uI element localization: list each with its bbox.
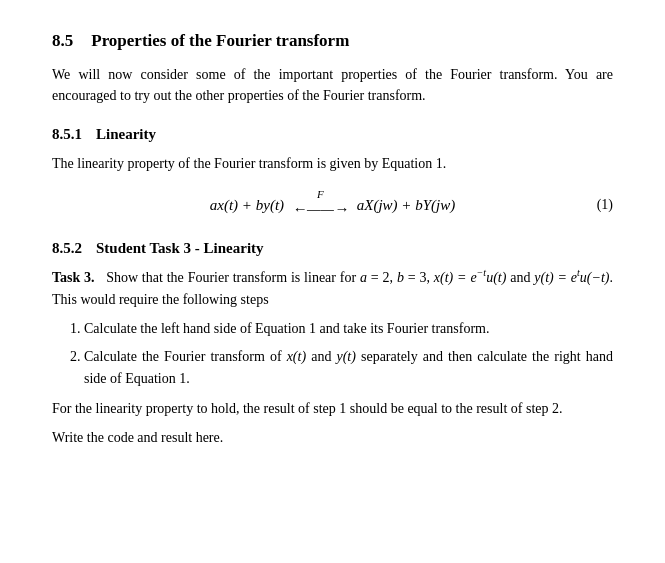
param-a: a <box>360 270 367 285</box>
param-b: b <box>397 270 404 285</box>
section-intro: We will now consider some of the importa… <box>52 64 613 107</box>
param-xt: x(t) = e−tu(t) <box>434 270 507 285</box>
write-instruction: Write the code and result here. <box>52 427 613 449</box>
param-yt: y(t) = etu(−t) <box>534 270 609 285</box>
linearity-note: For the linearity property to hold, the … <box>52 398 613 420</box>
subsection-8-5-1-heading: Linearity <box>96 123 156 146</box>
fourier-arrow: F ←——→ <box>292 189 349 221</box>
section-heading: Properties of the Fourier transform <box>91 28 349 54</box>
task-3-paragraph: Task 3. Show that the Fourier transform … <box>52 267 613 310</box>
subsection-8-5-2-number: 8.5.2 <box>52 237 82 260</box>
linearity-intro: The linearity property of the Fourier tr… <box>52 153 613 175</box>
eq-lhs: ax(t) + by(t) <box>210 194 284 217</box>
equation-number: (1) <box>597 194 613 215</box>
equation-1: ax(t) + by(t) F ←——→ aX(jw) + bY(jw) <box>210 189 456 221</box>
task-label: Task 3. <box>52 270 95 285</box>
subsection-8-5-1-number: 8.5.1 <box>52 123 82 146</box>
subsection-8-5-2-title: 8.5.2 Student Task 3 - Linearity <box>52 237 613 260</box>
eq-rhs: aX(jw) + bY(jw) <box>357 194 456 217</box>
subsection-8-5-1-title: 8.5.1 Linearity <box>52 123 613 146</box>
equation-1-block: ax(t) + by(t) F ←——→ aX(jw) + bY(jw) (1) <box>52 189 613 221</box>
step-2: Calculate the Fourier transform of x(t) … <box>84 346 613 389</box>
section-number: 8.5 <box>52 28 73 54</box>
section-8-5: 8.5 Properties of the Fourier transform … <box>52 28 613 449</box>
step-1: Calculate the left hand side of Equation… <box>84 318 613 340</box>
subsection-8-5-2-heading: Student Task 3 - Linearity <box>96 237 264 260</box>
section-title: 8.5 Properties of the Fourier transform <box>52 28 613 54</box>
task-steps-list: Calculate the left hand side of Equation… <box>84 318 613 389</box>
